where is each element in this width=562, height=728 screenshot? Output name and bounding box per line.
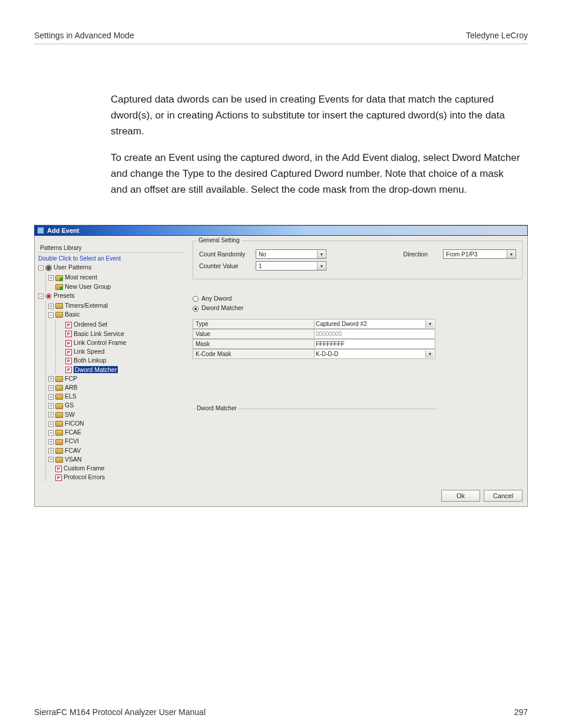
direction-dropdown[interactable]: From P1/P3 (443, 249, 516, 259)
kcode-mask-dropdown[interactable]: K-D-D-D (315, 349, 435, 359)
tree-fcae[interactable]: +FCAE (48, 428, 184, 437)
tree-presets[interactable]: −Presets +Timers/External −Basic POrdere… (38, 291, 184, 482)
add-event-dialog-screenshot: Add Event Patterns Library Double Click … (34, 225, 528, 507)
chevron-down-icon (317, 250, 325, 258)
tree-basic-link-service[interactable]: PBasic Link Service (58, 330, 184, 338)
footer-page-number: 297 (514, 707, 528, 717)
paragraph-1: Captured data dwords can be used in crea… (34, 91, 528, 140)
chevron-down-icon (425, 350, 434, 358)
type-label: Type (193, 319, 315, 329)
tree-new-user-group[interactable]: New User Group (48, 282, 184, 291)
counter-value-label: Counter Value (199, 262, 251, 269)
page-header: Settings in Advanced Mode Teledyne LeCro… (34, 31, 528, 44)
tree-timers-external[interactable]: +Timers/External (48, 301, 184, 310)
cancel-button[interactable]: Cancel (484, 490, 523, 502)
patterns-library-group: Patterns Library Double Click to Select … (38, 244, 184, 482)
mask-field[interactable]: FFFFFFFF (315, 339, 435, 349)
tree-arb[interactable]: +ARB (48, 383, 184, 392)
chevron-down-icon (317, 262, 325, 270)
value-label: Value (193, 329, 315, 339)
tree-link-speed[interactable]: PLink Speed (58, 347, 184, 356)
patterns-legend: Patterns Library (38, 245, 84, 251)
general-setting-legend: General Setting (197, 237, 242, 243)
paragraph-2: To create an Event using the captured dw… (34, 150, 528, 198)
dialog-titlebar[interactable]: Add Event (34, 225, 528, 236)
header-left: Settings in Advanced Mode (34, 31, 134, 40)
tree-fcvi[interactable]: +FCVI (48, 437, 184, 446)
chevron-down-icon (425, 320, 434, 328)
patterns-tree: −User Patterns +Most recent New User Gro… (38, 263, 184, 482)
tree-both-linkup[interactable]: PBoth Linkup (58, 356, 184, 365)
dword-matcher-legend: Dword Matcher (195, 405, 239, 411)
dword-matcher-group: Dword Matcher (193, 409, 437, 442)
value-field[interactable]: 00000000 (315, 329, 435, 339)
type-dropdown[interactable]: Captured Dword #2 (315, 319, 435, 329)
page-footer: SierraFC M164 Protocol Analyzer User Man… (34, 707, 528, 717)
tree-gs[interactable]: +GS (48, 401, 184, 410)
tree-hint: Double Click to Select an Event (38, 255, 184, 262)
count-randomly-label: Count Randomly (199, 251, 251, 258)
radio-off-icon (193, 296, 199, 302)
kcode-mask-label: K-Code Mask (193, 349, 315, 359)
tree-els[interactable]: +ELS (48, 392, 184, 401)
tree-protocol-errors[interactable]: PProtocol Errors (48, 473, 184, 482)
radio-on-icon (193, 306, 199, 312)
mask-label: Mask (193, 339, 315, 349)
tree-dword-matcher[interactable]: PDword Matcher (58, 365, 184, 374)
tree-most-recent[interactable]: +Most recent (48, 273, 184, 282)
tree-fcav[interactable]: +FCAV (48, 446, 184, 455)
tree-ficon[interactable]: +FICON (48, 419, 184, 428)
chevron-down-icon (507, 250, 515, 258)
footer-left: SierraFC M164 Protocol Analyzer User Man… (34, 707, 206, 717)
folder-plus-icon (59, 286, 63, 290)
dialog-title: Add Event (47, 227, 79, 234)
tree-user-patterns[interactable]: −User Patterns +Most recent New User Gro… (38, 263, 184, 291)
direction-label: Direction (404, 251, 428, 258)
counter-value-dropdown[interactable]: 1 (256, 261, 326, 271)
folder-plus-icon (59, 278, 63, 281)
tree-vsan[interactable]: +VSAN (48, 455, 184, 464)
tree-ordered-set[interactable]: POrdered Set (58, 320, 184, 329)
tree-fcp[interactable]: +FCP (48, 374, 184, 383)
tree-sw[interactable]: +SW (48, 410, 184, 419)
dword-settings-grid: Type Captured Dword #2 Value 00000000 Ma… (193, 319, 523, 359)
any-dword-radio[interactable]: Any Dword (193, 295, 523, 302)
tree-custom-frame[interactable]: PCustom Frame (48, 464, 184, 473)
ok-button[interactable]: Ok (441, 490, 480, 502)
general-setting-group: General Setting Count Randomly No Direct… (193, 241, 523, 279)
tree-link-control-frame[interactable]: PLink Control Frame (58, 338, 184, 347)
tree-basic[interactable]: −Basic POrdered Set PBasic Link Service … (48, 310, 184, 374)
dword-matcher-radio[interactable]: Dword Matcher (193, 304, 523, 311)
count-randomly-dropdown[interactable]: No (256, 249, 326, 259)
header-right: Teledyne LeCroy (466, 31, 528, 40)
app-icon (37, 227, 44, 234)
